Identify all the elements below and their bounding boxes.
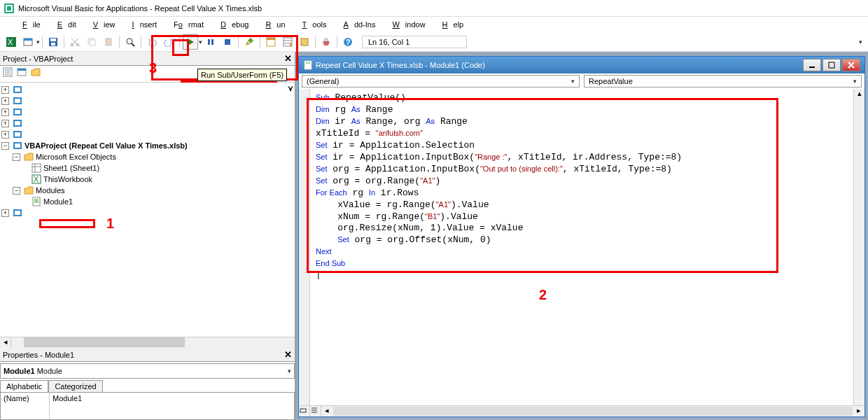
excel-objects-folder[interactable]: Microsoft Excel Objects [36,153,116,161]
menu-edit[interactable]: Edit [52,19,88,30]
menu-debug[interactable]: Debug [215,19,260,30]
svg-rect-53 [33,197,40,206]
project-tree[interactable]: + + + + + −VBAProject (Repeat Cell Value… [0,83,295,337]
find-button[interactable] [122,34,138,50]
save-button[interactable] [46,34,61,50]
svg-rect-6 [24,38,32,41]
menu-tools[interactable]: Tools [297,19,338,30]
menu-format[interactable]: Format [168,19,215,30]
break-button[interactable] [203,34,218,50]
code-editor[interactable]: Sub RepeatValue() Dim rg As Range Dim ir… [310,89,853,405]
menu-window[interactable]: Window [386,19,436,30]
project-icon [13,96,22,106]
procedure-dropdown[interactable]: RepeatValue▾ [584,75,862,88]
help-button[interactable]: ? [340,34,356,50]
thisworkbook-item[interactable]: ThisWorkbook [43,175,92,183]
menu-run[interactable]: Run [260,19,296,30]
vba-app-icon [4,4,14,13]
properties-title: Properties - Module1 [3,351,74,359]
code-window: Repeat Cell Value X Times.xlsb - Module1… [298,56,865,417]
svg-text:?: ? [346,38,351,46]
properties-close-button[interactable]: ✕ [284,349,292,360]
design-mode-button[interactable] [241,34,257,50]
project-panel-header: Project - VBAProject ✕ [0,52,295,66]
svg-rect-20 [225,39,230,45]
properties-panel-header: Properties - Module1 ✕ [0,348,295,362]
expand-icon[interactable]: + [1,209,9,217]
tab-alphabetic[interactable]: Alphabetic [0,380,48,392]
collapse-icon[interactable]: − [13,187,20,195]
svg-rect-43 [15,121,20,125]
project-root[interactable]: VBAProject (Repeat Cell Value X Times.xl… [24,141,188,150]
svg-rect-45 [15,132,20,136]
sheet-icon [31,163,41,173]
properties-object-selector[interactable]: Module1 Module ▾ [0,363,295,379]
expand-icon[interactable]: + [1,131,9,139]
copy-button[interactable] [84,34,99,50]
svg-rect-59 [304,61,312,69]
svg-rect-35 [18,69,26,71]
prop-name-label: (Name) [1,393,50,419]
project-h-scrollbar[interactable]: ◂ [0,337,295,348]
code-window-title-bar[interactable]: Repeat Cell Value X Times.xlsb - Module1… [299,57,864,74]
svg-rect-23 [267,38,275,40]
project-explorer-button[interactable] [263,34,279,50]
maximize-button[interactable] [822,59,841,71]
svg-rect-21 [248,37,253,43]
svg-text:X: X [8,38,13,46]
sheet-item[interactable]: Sheet1 (Sheet1) [43,164,99,172]
expand-icon[interactable]: + [1,97,9,105]
svg-rect-18 [208,39,210,45]
window-title-bar: Microsoft Visual Basic for Applications … [0,0,868,17]
svg-rect-9 [51,43,55,46]
module1-item[interactable]: Module1 [43,197,73,206]
cut-button[interactable] [67,34,83,50]
undo-button[interactable] [144,34,160,50]
menu-file[interactable]: File [17,19,52,30]
collapse-icon[interactable]: − [1,142,9,150]
close-button[interactable] [842,59,860,71]
menu-help[interactable]: Help [437,19,475,30]
properties-grid[interactable]: (Name) Module1 [0,392,295,420]
menu-view[interactable]: View [88,19,127,30]
project-panel-close-button[interactable]: ✕ [284,53,292,64]
procedure-view-button[interactable] [299,406,310,416]
menu-insert[interactable]: Insert [127,19,169,30]
project-icon [13,107,22,117]
paste-button[interactable] [101,34,116,50]
full-module-view-button[interactable] [310,406,321,416]
view-excel-button[interactable]: X [4,34,19,50]
svg-point-16 [127,38,132,44]
redo-button[interactable] [161,34,176,50]
prop-name-value[interactable]: Module1 [50,393,294,419]
toolbox-button[interactable] [318,34,334,50]
menu-addins[interactable]: Add-Ins [338,19,387,30]
reset-button[interactable] [220,34,235,50]
expand-icon[interactable]: + [1,86,9,94]
tab-categorized[interactable]: Categorized [48,380,102,392]
insert-module-button[interactable] [20,34,36,50]
view-object-button[interactable] [17,67,31,81]
object-dropdown[interactable]: (General)▾ [302,75,580,88]
toggle-folders-button[interactable] [31,67,45,81]
collapse-icon[interactable]: − [13,153,20,161]
modules-folder[interactable]: Modules [36,186,65,195]
menu-bar: File Edit View Insert Format Debug Run T… [0,17,868,32]
run-tooltip: Run Sub/UserForm (F5) [197,69,287,81]
run-button[interactable] [183,34,198,50]
expand-icon[interactable]: + [1,108,9,116]
window-title: Microsoft Visual Basic for Applications … [18,4,262,13]
standard-toolbar: X ▾ ▾ ? Ln 16, Col 1 ▾ [0,32,868,52]
view-code-button[interactable] [3,67,17,81]
svg-rect-63 [300,409,306,412]
expand-icon[interactable]: + [1,120,9,127]
svg-rect-58 [15,211,20,215]
object-browser-button[interactable] [297,34,312,50]
project-panel-title: Project - VBAProject [3,55,73,63]
module-icon [303,60,313,70]
code-v-scrollbar[interactable]: ▴ [853,89,864,405]
svg-rect-41 [15,110,20,114]
properties-button[interactable] [280,34,295,50]
minimize-button[interactable] [803,59,821,71]
project-icon [13,85,22,94]
